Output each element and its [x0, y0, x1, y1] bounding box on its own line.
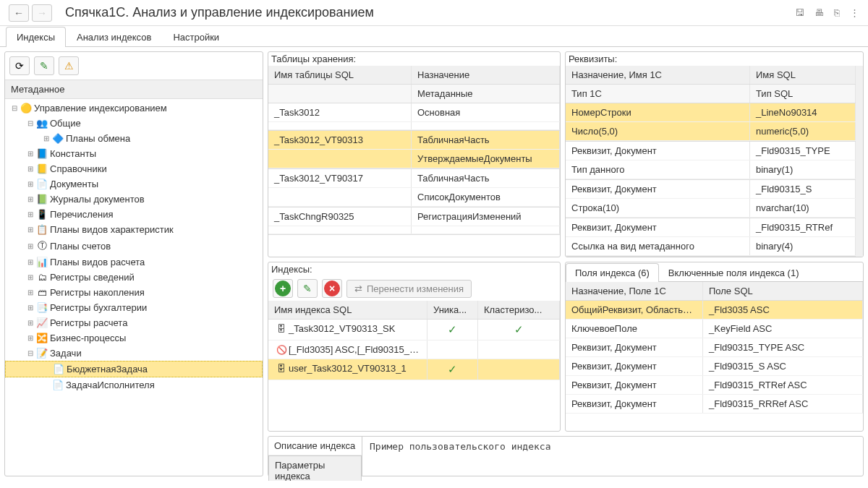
expand-icon[interactable]: ⊞ [25, 242, 35, 250]
expand-icon[interactable]: ⊞ [25, 319, 35, 327]
tree-node-label: Планы обмена [66, 133, 130, 144]
storage-row[interactable]: _Task3012_VT90317ТабличнаяЧасть [268, 169, 560, 188]
req-col-name[interactable]: Назначение, Имя 1С [566, 66, 750, 84]
tree-node-label: Общие [50, 118, 81, 129]
req-col-sql[interactable]: Имя SQL [750, 66, 856, 84]
add-index-button[interactable]: + [273, 279, 293, 298]
edit-index-button[interactable]: ✎ [297, 279, 318, 298]
req-row-sub[interactable]: Строка(10)nvarchar(10) [566, 199, 856, 218]
tree-item[interactable]: 📄ЗадачаИсполнителя [5, 377, 263, 393]
tree-item[interactable]: ⊞📈Регистры расчета [5, 315, 263, 330]
requisites-panel: Реквизиты: Назначение, Имя 1С Имя SQL Ти… [565, 51, 864, 257]
fld-col-name[interactable]: Назначение, Поле 1С [566, 282, 703, 300]
nav-back-button[interactable]: ← [9, 4, 29, 22]
save-icon[interactable]: 🖫 [795, 7, 804, 18]
expand-icon[interactable]: ⊞ [25, 210, 35, 218]
expand-icon[interactable]: ⊟ [25, 119, 35, 127]
tree-item[interactable]: ⊞📑Регистры бухгалтерии [5, 300, 263, 315]
storage-row-sub[interactable] [268, 226, 560, 234]
req-row-sub[interactable]: Ссылка на вид метаданногоbinary(4) [566, 237, 856, 256]
tree-item[interactable]: ⊞📒Справочники [5, 161, 263, 176]
tree-item[interactable]: ⊞📘Константы [5, 146, 263, 161]
tree-node-icon: 📈 [35, 317, 48, 328]
tree-item[interactable]: ⊞🔀Бизнес-процессы [5, 330, 263, 346]
tree-node-label: Справочники [50, 163, 107, 174]
delete-index-button[interactable]: × [322, 279, 342, 298]
expand-icon[interactable]: ⊞ [25, 304, 35, 312]
nav-forward-button[interactable]: → [32, 4, 52, 22]
expand-icon[interactable]: ⊟ [25, 349, 35, 357]
storage-col-purpose[interactable]: Назначение [412, 66, 560, 84]
tree-item[interactable]: ⊞🔷Планы обмена [5, 131, 263, 146]
export-icon[interactable]: ⎘ [834, 7, 840, 18]
req-row[interactable]: Реквизит, Документ_Fld90315_RTRef [566, 218, 856, 237]
tab-index-description[interactable]: Описание индекса [268, 437, 362, 455]
field-row[interactable]: Реквизит, Документ_Fld90315_RRRef ASC [566, 395, 863, 414]
expand-icon[interactable]: ⊞ [25, 273, 35, 281]
idx-col-clustered[interactable]: Кластеризо... [478, 301, 560, 319]
expand-icon[interactable]: ⊟ [9, 104, 20, 112]
metadata-tree[interactable]: ⊟🟡Управление индексированием⊟👥Общие⊞🔷Пла… [5, 99, 263, 476]
storage-row[interactable]: _Task3012_VT90313ТабличнаяЧасть [268, 131, 560, 150]
refresh-button[interactable]: ⟳ [9, 56, 30, 75]
tree-item[interactable]: ⊞ⓉПланы счетов [5, 237, 263, 254]
warning-button[interactable]: ⚠ [59, 56, 79, 75]
expand-icon[interactable]: ⊞ [25, 195, 35, 203]
expand-icon[interactable]: ⊞ [41, 134, 51, 142]
expand-icon[interactable]: ⊞ [25, 226, 35, 234]
idx-col-name[interactable]: Имя индекса SQL [268, 301, 427, 319]
tab-indexes[interactable]: Индексы [6, 27, 66, 47]
tree-item[interactable]: ⊞📋Планы видов характеристик [5, 222, 263, 237]
tab-included-fields[interactable]: Включенные поля индекса (1) [659, 263, 809, 282]
storage-row-sub[interactable] [268, 122, 560, 130]
storage-row-sub[interactable]: СписокДокументов [268, 188, 560, 207]
req-row[interactable]: Реквизит, Документ_Fld90315_S [566, 180, 856, 199]
tree-item[interactable]: ⊟📝Задачи [5, 346, 263, 361]
storage-row[interactable]: _Task3012Основная [268, 103, 560, 122]
tree-node-icon: 🗃 [35, 287, 48, 298]
tree-item[interactable]: ⊞📄Документы [5, 176, 263, 192]
storage-row-sub[interactable]: УтверждаемыеДокументы [268, 150, 560, 168]
tree-item[interactable]: ⊞📱Перечисления [5, 207, 263, 222]
storage-col-name[interactable]: Имя таблицы SQL [268, 66, 412, 84]
edit-button[interactable]: ✎ [34, 56, 54, 75]
field-row[interactable]: ОбщийРеквизит, ОбластьДан..._Fld3035 ASC [566, 301, 863, 320]
req-row[interactable]: НомерСтроки_LineNo90314 [566, 103, 856, 122]
req-scrollbar[interactable] [856, 66, 863, 257]
tree-item[interactable]: ⊟🟡Управление индексированием [5, 100, 263, 116]
tab-index-params[interactable]: Параметры индекса [268, 455, 362, 481]
tree-item[interactable]: ⊟👥Общие [5, 116, 263, 131]
more-icon[interactable]: ⋮ [850, 7, 859, 18]
index-row[interactable]: 🚫[_Fld3035] ASC,[_Fld90315_TYP... [268, 341, 560, 359]
tree-item[interactable]: ⊞🗂Регистры сведений [5, 270, 263, 285]
expand-icon[interactable]: ⊞ [25, 165, 35, 173]
index-row[interactable]: 🗄_Task3012_VT90313_SK✓✓ [268, 320, 560, 341]
field-row[interactable]: Реквизит, Документ_Fld90315_S ASC [566, 357, 863, 376]
expand-icon[interactable]: ⊞ [25, 334, 35, 342]
expand-icon[interactable]: ⊞ [25, 288, 35, 296]
tree-item[interactable]: ⊞📊Планы видов расчета [5, 254, 263, 270]
req-row-sub[interactable]: Тип данногоbinary(1) [566, 160, 856, 179]
expand-icon[interactable]: ⊞ [25, 258, 35, 266]
transfer-icon: ⇄ [354, 283, 362, 294]
tree-item[interactable]: ⊞🗃Регистры накопления [5, 285, 263, 300]
field-row[interactable]: Реквизит, Документ_Fld90315_TYPE ASC [566, 338, 863, 357]
idx-col-unique[interactable]: Уника... [427, 301, 478, 319]
field-row[interactable]: КлючевоеПоле_KeyField ASC [566, 320, 863, 338]
tree-item[interactable]: ⊞📗Журналы документов [5, 192, 263, 207]
print-icon[interactable]: 🖶 [814, 7, 824, 18]
fld-col-sql[interactable]: Поле SQL [703, 282, 863, 300]
req-row[interactable]: Реквизит, Документ_Fld90315_TYPE [566, 142, 856, 160]
field-row[interactable]: Реквизит, Документ_Fld90315_RTRef ASC [566, 376, 863, 395]
storage-row[interactable]: _TaskChngR90325РегистрацияИзменений [268, 207, 560, 226]
tab-settings[interactable]: Настройки [162, 27, 230, 47]
tree-item[interactable]: 📄БюджетнаяЗадача [5, 361, 263, 377]
req-row-sub[interactable]: Число(5,0)numeric(5,0) [566, 122, 856, 141]
expand-icon[interactable]: ⊞ [25, 180, 35, 188]
expand-icon[interactable]: ⊞ [25, 150, 35, 158]
index-row[interactable]: 🗄user_Task3012_VT90313_1✓ [268, 359, 560, 380]
tree-node-icon: 📋 [35, 224, 48, 235]
tab-analysis[interactable]: Анализ индексов [66, 27, 162, 47]
tab-index-fields[interactable]: Поля индекса (6) [566, 263, 659, 282]
index-fields-panel: Поля индекса (6) Включенные поля индекса… [565, 262, 864, 432]
